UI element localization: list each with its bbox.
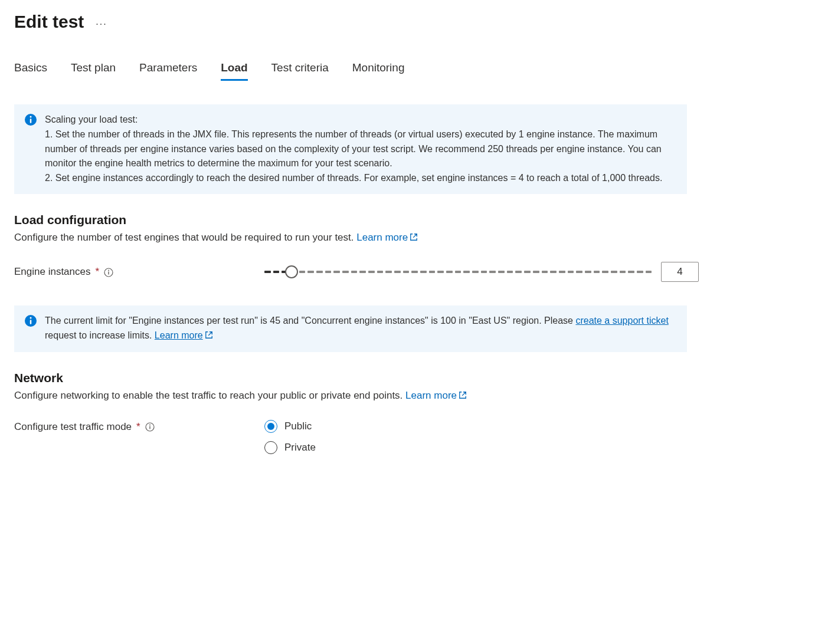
radio-label-private: Private <box>284 442 316 454</box>
page-title: Edit test <box>14 12 84 32</box>
radio-circle <box>264 420 277 433</box>
engine-instances-input[interactable] <box>661 262 699 282</box>
load-config-section: Load configuration Configure the number … <box>14 213 814 282</box>
help-icon[interactable] <box>145 421 155 433</box>
svg-rect-7 <box>30 320 32 324</box>
tab-monitoring[interactable]: Monitoring <box>352 61 405 81</box>
svg-point-8 <box>30 317 32 318</box>
load-config-learn-more-link[interactable]: Learn more <box>356 232 418 243</box>
load-config-description: Configure the number of test engines tha… <box>14 232 814 244</box>
engine-instances-row: Engine instances * <box>14 262 699 282</box>
required-indicator: * <box>136 421 140 433</box>
page-header: Edit test ··· <box>14 12 814 32</box>
radio-label-public: Public <box>284 420 312 432</box>
tabs-container: Basics Test plan Parameters Load Test cr… <box>14 61 814 81</box>
traffic-mode-radio-group: Public Private <box>264 420 316 454</box>
svg-rect-10 <box>149 426 150 429</box>
engine-instances-slider[interactable] <box>264 265 652 279</box>
svg-point-5 <box>108 270 109 271</box>
tab-test-plan[interactable]: Test plan <box>71 61 116 81</box>
required-indicator: * <box>95 266 99 278</box>
external-link-icon <box>459 390 467 402</box>
tab-basics[interactable]: Basics <box>14 61 47 81</box>
scaling-info-title: Scaling your load test: <box>45 113 676 127</box>
scaling-info-line2: 2. Set engine instances accordingly to r… <box>45 173 662 183</box>
network-description: Configure networking to enable the test … <box>14 390 814 402</box>
svg-point-11 <box>149 425 150 426</box>
svg-point-2 <box>30 116 32 118</box>
network-learn-more-link[interactable]: Learn more <box>405 390 467 401</box>
svg-rect-1 <box>30 119 32 123</box>
radio-circle <box>264 441 277 454</box>
traffic-mode-label: Configure test traffic mode * <box>14 420 256 433</box>
svg-rect-4 <box>108 271 109 274</box>
network-heading: Network <box>14 371 814 385</box>
external-link-icon <box>205 329 213 344</box>
scaling-info-box: Scaling your load test: 1. Set the numbe… <box>14 104 687 194</box>
tab-load[interactable]: Load <box>221 61 247 81</box>
traffic-mode-public-radio[interactable]: Public <box>264 420 316 433</box>
tab-test-criteria[interactable]: Test criteria <box>271 61 329 81</box>
external-link-icon <box>410 232 418 244</box>
engine-instances-slider-container <box>264 262 699 282</box>
limit-info-box: The current limit for "Engine instances … <box>14 305 687 352</box>
info-icon <box>25 315 37 327</box>
create-support-ticket-link[interactable]: create a support ticket <box>575 316 668 326</box>
engine-instances-label: Engine instances * <box>14 266 256 278</box>
scaling-info-line1: 1. Set the number of threads in the JMX … <box>45 129 662 169</box>
more-actions-button[interactable]: ··· <box>96 14 107 29</box>
help-icon[interactable] <box>104 266 113 278</box>
load-config-heading: Load configuration <box>14 213 814 227</box>
slider-thumb[interactable] <box>285 265 298 278</box>
network-section: Network Configure networking to enable t… <box>14 371 814 454</box>
slider-track-bg <box>264 271 652 273</box>
limit-learn-more-link[interactable]: Learn more <box>155 330 213 340</box>
info-icon <box>25 114 37 126</box>
scaling-info-text: Scaling your load test: 1. Set the numbe… <box>45 113 676 186</box>
tab-parameters[interactable]: Parameters <box>139 61 197 81</box>
limit-info-text: The current limit for "Engine instances … <box>45 314 676 344</box>
traffic-mode-private-radio[interactable]: Private <box>264 441 316 454</box>
traffic-mode-row: Configure test traffic mode * Public Pri… <box>14 420 699 454</box>
